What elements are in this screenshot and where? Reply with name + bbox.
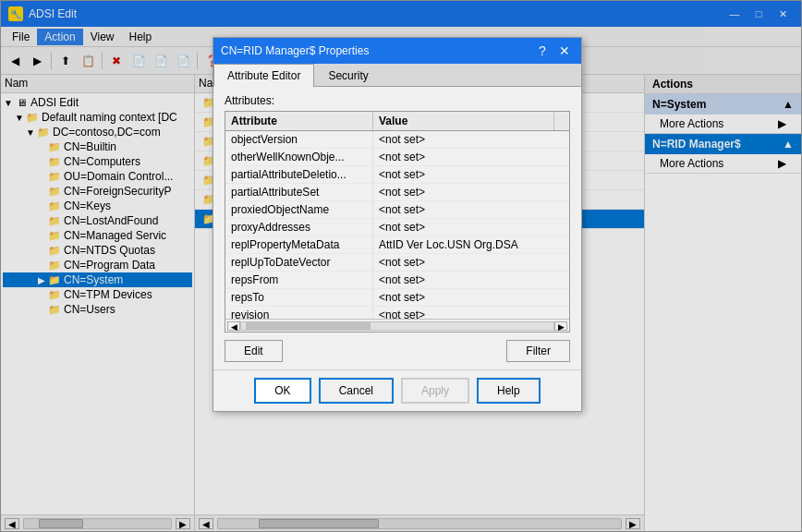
attr-cell-attribute: objectVersion	[225, 131, 373, 148]
dialog-footer: OK Cancel Apply Help	[213, 369, 581, 411]
cancel-button[interactable]: Cancel	[319, 378, 394, 404]
attr-cell-value: <not set>	[373, 166, 569, 183]
attr-row[interactable]: partialAttributeSet <not set>	[225, 184, 569, 201]
attr-cell-value: <not set>	[373, 289, 569, 306]
attr-cell-attribute: partialAttributeSet	[225, 184, 373, 200]
attr-cell-attribute: revision	[225, 307, 373, 319]
attr-cell-attribute: proxyAddresses	[225, 219, 373, 236]
attr-cell-attribute: partialAttributeDeletio...	[225, 166, 373, 183]
dialog-controls: ? ✕	[533, 42, 574, 60]
properties-dialog: CN=RID Manager$ Properties ? ✕ Attribute…	[213, 37, 582, 412]
edit-button[interactable]: Edit	[225, 340, 283, 362]
attr-row[interactable]: revision <not set>	[225, 307, 569, 319]
attr-cell-value: <not set>	[373, 201, 569, 218]
attr-cell-value: <not set>	[373, 272, 569, 288]
attribute-table: Attribute Value objectVersion <not set> …	[225, 111, 570, 332]
attr-cell-attribute: proxiedObjectName	[225, 201, 373, 218]
attr-row[interactable]: repsTo <not set>	[225, 289, 569, 307]
attr-cell-attribute: repsTo	[225, 289, 373, 306]
col-header-attribute: Attribute	[225, 112, 373, 130]
attr-cell-attribute: replPropertyMetaData	[225, 236, 373, 253]
attr-cell-value: <not set>	[373, 149, 569, 165]
attr-row[interactable]: replPropertyMetaData AttID Ver Loc.USN O…	[225, 236, 569, 254]
attr-row[interactable]: replUpToDateVector <not set>	[225, 254, 569, 272]
dialog-help-button[interactable]: ?	[533, 42, 552, 60]
attr-cell-value: <not set>	[373, 254, 569, 271]
hscroll-thumb	[246, 322, 371, 330]
filter-button[interactable]: Filter	[506, 340, 570, 362]
dialog-close-button[interactable]: ✕	[555, 42, 574, 60]
dialog-body: Attributes: Attribute Value objectVersio…	[213, 87, 581, 369]
col-header-value: Value	[373, 112, 554, 130]
hscroll-left-button[interactable]: ◀	[227, 321, 240, 331]
dialog-title: CN=RID Manager$ Properties	[221, 44, 369, 57]
attr-cell-attribute: repsFrom	[225, 272, 373, 288]
hscroll-track[interactable]	[240, 321, 554, 331]
attr-cell-value: <not set>	[373, 307, 569, 319]
scroll-spacer	[554, 112, 569, 130]
attr-row[interactable]: objectVersion <not set>	[225, 131, 569, 149]
tab-security[interactable]: Security	[314, 64, 382, 87]
tab-attribute-editor[interactable]: Attribute Editor	[213, 64, 314, 87]
attr-cell-attribute: replUpToDateVector	[225, 254, 373, 271]
attr-row[interactable]: proxyAddresses <not set>	[225, 219, 569, 236]
dialog-overlay: CN=RID Manager$ Properties ? ✕ Attribute…	[0, 0, 802, 532]
hscroll-right-button[interactable]: ▶	[554, 321, 567, 331]
attr-table-header: Attribute Value	[225, 112, 569, 131]
attr-cell-value: <not set>	[373, 219, 569, 236]
attr-cell-attribute: otherWellKnownObje...	[225, 149, 373, 165]
attr-cell-value: <not set>	[373, 184, 569, 200]
attr-row[interactable]: repsFrom <not set>	[225, 272, 569, 289]
attr-cell-value: AttID Ver Loc.USN Org.DSA	[373, 236, 569, 253]
attr-cell-value: <not set>	[373, 131, 569, 148]
attr-row[interactable]: partialAttributeDeletio... <not set>	[225, 166, 569, 184]
attributes-label: Attributes:	[225, 94, 570, 107]
attr-table-hscroll: ◀ ▶	[225, 319, 569, 332]
ok-button[interactable]: OK	[254, 378, 310, 404]
dialog-title-bar: CN=RID Manager$ Properties ? ✕	[213, 38, 581, 64]
attr-row[interactable]: otherWellKnownObje... <not set>	[225, 149, 569, 166]
dialog-tabs: Attribute Editor Security	[213, 64, 581, 87]
dialog-edit-filter-row: Edit Filter	[225, 340, 570, 362]
attr-table-body[interactable]: objectVersion <not set> otherWellKnownOb…	[225, 131, 569, 319]
attr-row[interactable]: proxiedObjectName <not set>	[225, 201, 569, 219]
help-button[interactable]: Help	[477, 378, 541, 404]
apply-button[interactable]: Apply	[401, 378, 469, 404]
